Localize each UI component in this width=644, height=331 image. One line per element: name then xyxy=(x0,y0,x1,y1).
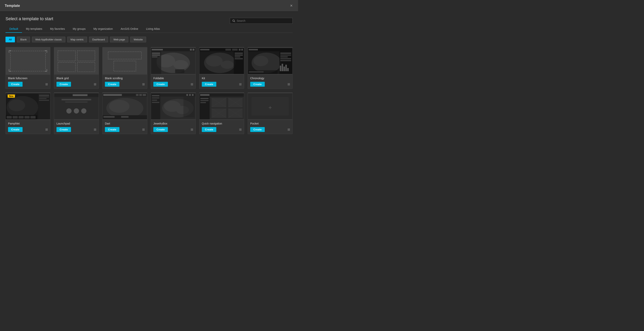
template-thumb-blank-grid xyxy=(54,47,99,75)
svg-point-13 xyxy=(173,60,188,69)
filter-blank[interactable]: Blank xyxy=(17,37,30,42)
template-info: Chronology Create ⊞ xyxy=(248,75,292,89)
search-input[interactable] xyxy=(237,19,290,22)
svg-rect-93 xyxy=(152,98,160,99)
preview-icon-kit[interactable]: ⊞ xyxy=(239,82,242,86)
thumb-svg-foldable xyxy=(151,47,196,75)
tab-my-favorites[interactable]: My favorites xyxy=(46,25,69,33)
create-button-launchpad[interactable]: Create xyxy=(56,127,71,132)
template-name-dart: Dart xyxy=(105,122,145,125)
svg-rect-21 xyxy=(152,56,158,58)
template-card-kit[interactable]: Kit Create ⊞ xyxy=(199,47,244,89)
svg-rect-67 xyxy=(18,116,24,118)
svg-rect-15 xyxy=(152,49,163,50)
template-thumb-blank-scrolling xyxy=(102,47,147,75)
template-thumb-jewelrybox xyxy=(151,92,196,120)
templates-grid: Blank fullscreen Create ⊞ xyxy=(6,47,292,134)
create-button-pamphlet[interactable]: Create xyxy=(8,127,22,132)
tab-default[interactable]: Default xyxy=(6,25,22,33)
svg-rect-109 xyxy=(200,100,209,101)
create-button-foldable[interactable]: Create xyxy=(153,82,168,87)
template-card-pocket[interactable]: + Pocket Create ⊞ xyxy=(248,92,292,134)
svg-rect-36 xyxy=(235,56,240,58)
close-button[interactable]: × xyxy=(289,3,293,9)
preview-icon-blank-grid[interactable]: ⊞ xyxy=(94,82,96,86)
svg-rect-108 xyxy=(200,98,209,99)
thumb-svg-kit xyxy=(200,47,244,75)
svg-rect-42 xyxy=(249,49,258,50)
create-button-blank-fullscreen[interactable]: Create xyxy=(8,82,22,87)
tab-my-templates[interactable]: My templates xyxy=(22,25,46,33)
preview-icon-launchpad[interactable]: ⊞ xyxy=(94,128,96,132)
thumb-svg-blank-grid xyxy=(54,47,99,75)
preview-icon-foldable[interactable]: ⊞ xyxy=(190,82,193,86)
svg-rect-29 xyxy=(225,49,231,50)
new-badge: New xyxy=(8,94,15,98)
preview-icon-quick-navigation[interactable]: ⊞ xyxy=(239,128,242,132)
template-card-blank-grid[interactable]: Blank grid Create ⊞ xyxy=(54,47,99,89)
template-name-launchpad: Launchpad xyxy=(56,122,96,125)
preview-icon-blank-scrolling[interactable]: ⊞ xyxy=(142,82,145,86)
svg-text:+: + xyxy=(268,104,272,111)
svg-rect-51 xyxy=(284,66,285,71)
svg-rect-45 xyxy=(280,54,291,56)
svg-rect-83 xyxy=(103,94,122,96)
filter-website[interactable]: Website xyxy=(130,37,146,42)
template-card-pamphlet[interactable]: New xyxy=(6,92,50,134)
svg-rect-34 xyxy=(235,52,243,54)
preview-icon-dart[interactable]: ⊞ xyxy=(142,128,145,132)
template-card-foldable[interactable]: Foldable Create ⊞ xyxy=(151,47,196,89)
template-card-launchpad[interactable]: Launchpad Create ⊞ xyxy=(54,92,99,134)
svg-rect-77 xyxy=(62,99,91,100)
template-actions: Create ⊞ xyxy=(105,82,145,87)
create-button-blank-grid[interactable]: Create xyxy=(56,82,71,87)
filter-map-centric[interactable]: Map centric xyxy=(67,37,87,42)
corner-bl xyxy=(9,69,11,72)
svg-rect-28 xyxy=(200,49,210,50)
tab-arcgis-online[interactable]: ArcGIS Online xyxy=(117,25,142,33)
dialog-header: Template × xyxy=(0,0,298,12)
svg-rect-32 xyxy=(241,49,243,50)
template-name-pamphlet: Pamphlet xyxy=(8,122,48,125)
tab-my-groups[interactable]: My groups xyxy=(69,25,90,33)
filter-web-page[interactable]: Web page xyxy=(110,37,128,42)
filter-web-appbuilder[interactable]: Web AppBuilder classic xyxy=(32,37,65,42)
create-button-dart[interactable]: Create xyxy=(105,127,120,132)
create-button-blank-scrolling[interactable]: Create xyxy=(105,82,120,87)
template-thumb-quick-navigation xyxy=(200,92,244,120)
create-button-quick-navigation[interactable]: Create xyxy=(202,127,216,132)
template-card-blank-scrolling[interactable]: Blank scrolling Create ⊞ xyxy=(102,47,147,89)
svg-rect-30 xyxy=(232,49,238,50)
svg-rect-53 xyxy=(287,68,289,71)
template-card-chronology[interactable]: Chronology Create ⊞ xyxy=(248,47,292,89)
template-info: Blank grid Create ⊞ xyxy=(54,75,99,89)
svg-rect-69 xyxy=(30,116,36,118)
svg-rect-71 xyxy=(54,93,99,119)
create-button-kit[interactable]: Create xyxy=(202,82,216,87)
preview-icon-pamphlet[interactable]: ⊞ xyxy=(45,128,48,132)
template-card-jewelrybox[interactable]: JewelryBox Create ⊞ xyxy=(151,92,196,134)
tab-living-atlas[interactable]: Living Atlas xyxy=(142,25,164,33)
preview-icon-jewelrybox[interactable]: ⊞ xyxy=(190,128,193,132)
svg-rect-94 xyxy=(152,100,157,101)
preview-icon-chronology[interactable]: ⊞ xyxy=(288,82,290,86)
template-thumb-blank-fullscreen xyxy=(6,47,50,75)
template-card-dart[interactable]: Dart Create ⊞ xyxy=(102,92,147,134)
preview-icon-blank-fullscreen[interactable]: ⊞ xyxy=(45,82,48,86)
filter-dashboard[interactable]: Dashboard xyxy=(89,37,108,42)
create-button-chronology[interactable]: Create xyxy=(250,82,265,87)
preview-icon-pocket[interactable]: ⊞ xyxy=(288,128,290,132)
template-actions: Create ⊞ xyxy=(105,127,145,132)
create-button-jewelrybox[interactable]: Create xyxy=(153,127,168,132)
create-button-pocket[interactable]: Create xyxy=(250,127,265,132)
template-actions: Create ⊞ xyxy=(153,127,193,132)
tab-my-organization[interactable]: My organization xyxy=(90,25,117,33)
select-title: Select a template to start xyxy=(6,16,53,21)
template-name-blank-fullscreen: Blank fullscreen xyxy=(8,77,48,80)
template-actions: Create ⊞ xyxy=(202,82,242,87)
svg-rect-92 xyxy=(152,95,160,96)
template-card-blank-fullscreen[interactable]: Blank fullscreen Create ⊞ xyxy=(6,47,50,89)
template-card-quick-navigation[interactable]: Quick navigation Create ⊞ xyxy=(199,92,244,134)
svg-rect-52 xyxy=(285,65,287,71)
filter-all[interactable]: All xyxy=(6,37,15,42)
